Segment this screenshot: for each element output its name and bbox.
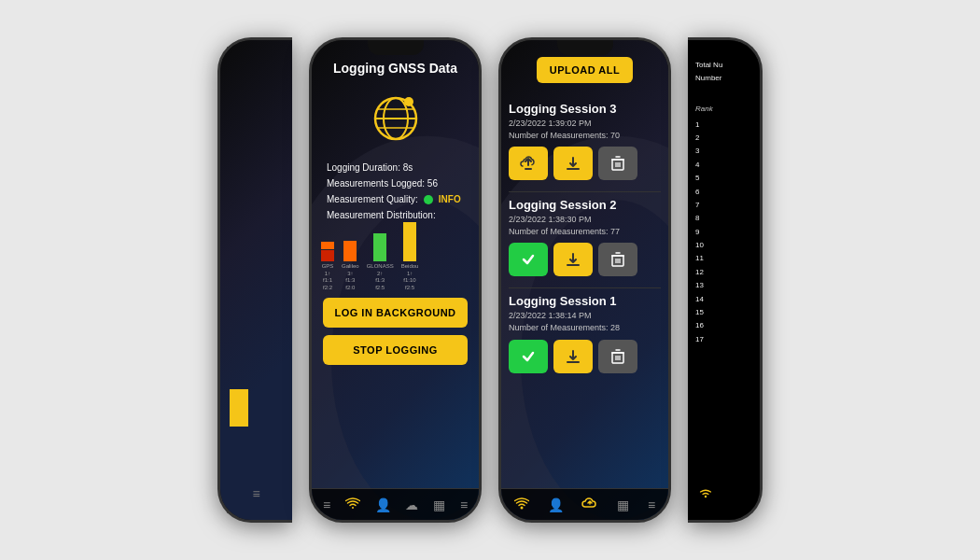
- rank-15: 15: [695, 306, 752, 319]
- nav-cloud-icon[interactable]: ☁: [405, 497, 418, 512]
- stats-section: Logging Duration: 8s Measurements Logged…: [312, 154, 479, 229]
- glonass-bars: [373, 219, 386, 261]
- rank-6: 6: [695, 186, 752, 199]
- partial-right-content: Total NuNumber Rank 1 2 3 4 5 6 7 8 9 10…: [688, 40, 760, 520]
- session-2-delete-button[interactable]: [598, 243, 637, 276]
- galileo-bar-1: [343, 241, 357, 261]
- globe-icon-container: [312, 91, 479, 147]
- download-icon-2: [566, 252, 581, 267]
- separator-2: [509, 287, 661, 288]
- glonass-bar-1: [373, 233, 386, 261]
- trash-icon-1: [611, 349, 624, 364]
- gps-label: GPS1↑f1:1f2:2: [322, 263, 334, 292]
- phone-notch-2: [557, 40, 613, 55]
- upload-cloud-icon: [520, 156, 537, 171]
- nav-chart-icon[interactable]: ▦: [433, 497, 445, 512]
- download-icon-1: [566, 349, 581, 364]
- log-background-button[interactable]: LOG IN BACKGROUND: [323, 298, 468, 328]
- bottom-nav-1: ≡ 👤 ☁ ▦ ≡: [312, 488, 479, 520]
- partial-right-text: Total NuNumber Rank 1 2 3 4 5 6 7 8 9 10…: [695, 59, 752, 346]
- chart-gps: GPS1↑f1:1f2:2: [321, 219, 334, 292]
- yellow-bar-decoration: [230, 389, 248, 427]
- nav-wifi-icon[interactable]: [345, 497, 360, 512]
- rank-9: 9: [695, 226, 752, 239]
- upload-all-button[interactable]: UPLOAD ALL: [537, 57, 633, 83]
- separator-1: [509, 191, 661, 192]
- nav2-cloud-icon[interactable]: [581, 497, 598, 512]
- rank-8: 8: [695, 212, 752, 225]
- svg-point-25: [520, 507, 523, 510]
- logging-duration: Logging Duration: 8s: [327, 160, 464, 175]
- galileo-label: Galileo3↑f1:3f2:0: [342, 263, 359, 292]
- session-3-meta: 2/23/2022 1:39:02 PM Number of Measureme…: [509, 118, 661, 141]
- phone-partial-right: Total NuNumber Rank 1 2 3 4 5 6 7 8 9 10…: [688, 37, 763, 523]
- phone-notch-1: [368, 40, 424, 55]
- session-3-title: Logging Session 3: [509, 102, 661, 116]
- quality-indicator: [424, 195, 433, 204]
- gps-bars: [321, 219, 334, 261]
- galileo-bars: [343, 219, 357, 261]
- gps-bar-1: [321, 250, 334, 261]
- partial-left-bg: ≡: [220, 40, 292, 520]
- chart-beidou: Beidou1↑f1:10f2:5: [401, 219, 419, 292]
- session-3-delete-button[interactable]: [598, 147, 637, 180]
- session-card-2: Logging Session 2 2/23/2022 1:38:30 PM N…: [509, 198, 661, 276]
- phone2-content: UPLOAD ALL Logging Session 3 2/23/2022 1…: [501, 40, 668, 520]
- phone1-content: Logging GNSS Data Logging Duration: 8s M…: [312, 40, 479, 520]
- session-2-actions: [509, 243, 661, 276]
- nav2-menu-icon[interactable]: ≡: [648, 497, 655, 512]
- trash-icon-3: [611, 156, 624, 171]
- session-2-check-button[interactable]: [509, 243, 548, 276]
- chart-galileo: Galileo3↑f1:3f2:0: [342, 219, 359, 292]
- session-3-download-button[interactable]: [553, 147, 593, 180]
- rank-5: 5: [695, 172, 752, 185]
- session-1-delete-button[interactable]: [598, 340, 637, 373]
- svg-point-5: [404, 97, 413, 106]
- total-number-header: Total NuNumber: [695, 59, 752, 86]
- beidou-bars: [403, 219, 416, 261]
- rank-3: 3: [695, 145, 752, 158]
- nav-lines-icon[interactable]: ≡: [460, 497, 468, 512]
- rank-10: 10: [695, 239, 752, 252]
- check-icon-2: [521, 252, 536, 267]
- nav2-wifi-icon[interactable]: [514, 497, 529, 512]
- nav-menu-icon[interactable]: ≡: [323, 497, 330, 512]
- phone1-screen: Logging GNSS Data Logging Duration: 8s M…: [312, 40, 479, 520]
- session-3-upload-cloud-button[interactable]: [509, 147, 548, 180]
- quality-row: Measurement Quality: INFO: [327, 191, 464, 207]
- bottom-nav-2: 👤 ▦ ≡: [501, 488, 668, 520]
- rank-14: 14: [695, 293, 752, 306]
- nav2-chart-icon[interactable]: ▦: [617, 497, 629, 512]
- trash-icon-2: [611, 252, 624, 267]
- nav2-person-icon[interactable]: 👤: [548, 497, 564, 512]
- download-icon-3: [566, 156, 581, 171]
- nav-person-icon[interactable]: 👤: [375, 497, 391, 512]
- svg-point-26: [705, 496, 707, 497]
- session-1-meta: 2/23/2022 1:38:14 PM Number of Measureme…: [509, 310, 661, 333]
- sessions-list: Logging Session 3 2/23/2022 1:39:02 PM N…: [501, 92, 668, 394]
- beidou-label: Beidou1↑f1:10f2:5: [401, 263, 419, 292]
- rank-4: 4: [695, 159, 752, 172]
- rank-1: 1: [695, 119, 752, 132]
- rank-7: 7: [695, 199, 752, 212]
- chart-glonass: GLONASS2↑f1:3f2:5: [367, 219, 394, 292]
- measurements-logged: Measurements Logged: 56: [327, 175, 464, 191]
- stop-logging-button[interactable]: STOP LOGGING: [323, 335, 468, 365]
- glonass-label: GLONASS2↑f1:3f2:5: [367, 263, 394, 292]
- session-1-actions: [509, 340, 661, 373]
- globe-icon: [368, 91, 424, 147]
- rank-17: 17: [695, 333, 752, 346]
- session-2-download-button[interactable]: [553, 243, 593, 276]
- info-button[interactable]: INFO: [439, 191, 461, 207]
- menu-icon-left: ≡: [252, 486, 259, 501]
- rank-13: 13: [695, 279, 752, 292]
- phone-logging: Logging GNSS Data Logging Duration: 8s M…: [309, 37, 482, 523]
- session-2-meta: 2/23/2022 1:38:30 PM Number of Measureme…: [509, 214, 661, 237]
- session-1-download-button[interactable]: [553, 340, 593, 373]
- partial-right-wifi: [699, 487, 712, 501]
- chart-section: GPS1↑f1:1f2:2 Galileo3↑f1:3f2:0 GLONASS2…: [312, 229, 479, 294]
- session-1-title: Logging Session 1: [509, 294, 661, 308]
- session-card-1: Logging Session 1 2/23/2022 1:38:14 PM N…: [509, 294, 661, 372]
- rank-12: 12: [695, 266, 752, 279]
- session-1-check-button[interactable]: [509, 340, 548, 373]
